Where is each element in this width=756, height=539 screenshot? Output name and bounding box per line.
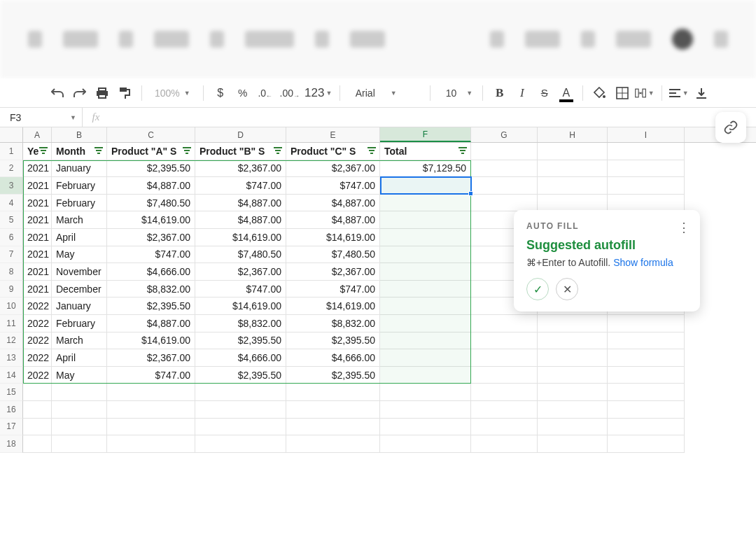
cell[interactable]: $14,619.00	[107, 332, 195, 350]
cell[interactable]	[471, 177, 538, 195]
cell[interactable]: January	[52, 160, 107, 178]
row-header[interactable]: 4	[0, 195, 23, 212]
row-header[interactable]: 10	[0, 298, 23, 315]
cell[interactable]	[538, 435, 608, 453]
cell[interactable]: $2,395.50	[195, 367, 286, 384]
cell[interactable]: 2021	[23, 211, 52, 229]
cell[interactable]	[380, 367, 471, 384]
cell[interactable]: $4,887.00	[286, 211, 380, 229]
text-color-button[interactable]: A	[557, 83, 575, 103]
cell[interactable]: $14,619.00	[195, 298, 286, 315]
cell[interactable]	[380, 332, 471, 350]
cell[interactable]: 2022	[23, 298, 52, 315]
cell[interactable]	[471, 349, 538, 367]
cell[interactable]: $2,367.00	[286, 263, 380, 281]
cell[interactable]	[286, 419, 380, 436]
row-header[interactable]: 18	[0, 435, 23, 453]
cell[interactable]: February	[52, 177, 107, 195]
col-header-G[interactable]: G	[471, 127, 538, 142]
cell[interactable]	[471, 367, 538, 384]
strikethrough-button[interactable]: S	[535, 83, 554, 103]
cell[interactable]: $2,395.50	[286, 367, 380, 384]
cell[interactable]: February	[52, 315, 107, 332]
cell[interactable]	[380, 281, 471, 298]
row-header[interactable]: 3	[0, 177, 23, 195]
cell[interactable]: $747.00	[195, 177, 286, 195]
cell[interactable]	[538, 160, 608, 178]
cell[interactable]	[538, 177, 608, 195]
cell[interactable]	[538, 401, 608, 419]
cell[interactable]: $2,395.50	[195, 332, 286, 350]
format-currency-button[interactable]: $	[211, 83, 230, 103]
cell[interactable]: April	[52, 229, 107, 246]
cell[interactable]	[380, 229, 471, 246]
filter-icon[interactable]	[94, 146, 104, 156]
select-all-corner[interactable]	[0, 127, 23, 142]
row-header[interactable]: 9	[0, 281, 23, 298]
header-cell[interactable]: Ye	[23, 143, 52, 160]
cell[interactable]: $14,619.00	[195, 229, 286, 246]
cell[interactable]	[286, 384, 380, 401]
cell[interactable]	[538, 367, 608, 384]
cell[interactable]: 2021	[23, 281, 52, 298]
cell[interactable]: $7,129.50	[380, 160, 471, 178]
cell[interactable]	[471, 401, 538, 419]
cell[interactable]: 2021	[23, 246, 52, 264]
insert-link-fab[interactable]	[715, 112, 746, 143]
cell[interactable]	[538, 384, 608, 401]
row-header[interactable]: 13	[0, 349, 23, 367]
cell[interactable]	[380, 435, 471, 453]
cell[interactable]: $2,395.50	[107, 298, 195, 315]
cell[interactable]: $2,367.00	[195, 160, 286, 178]
format-percent-button[interactable]: %	[233, 83, 253, 103]
col-header-F[interactable]: F	[380, 127, 471, 142]
cell[interactable]	[195, 401, 286, 419]
cell[interactable]	[538, 419, 608, 436]
filter-icon[interactable]	[367, 146, 377, 156]
cell[interactable]	[538, 332, 608, 350]
cell[interactable]: $4,666.00	[195, 349, 286, 367]
cell[interactable]: $747.00	[107, 246, 195, 264]
merge-cells-button[interactable]: ▼	[635, 83, 654, 103]
cell[interactable]: May	[52, 246, 107, 264]
cell[interactable]: 2021	[23, 229, 52, 246]
cell[interactable]	[52, 435, 107, 453]
cell[interactable]: $2,395.50	[107, 160, 195, 178]
cell[interactable]	[380, 298, 471, 315]
cell[interactable]	[471, 384, 538, 401]
col-header-D[interactable]: D	[195, 127, 286, 142]
cell[interactable]	[608, 349, 685, 367]
col-header-E[interactable]: E	[286, 127, 380, 142]
cell[interactable]	[471, 315, 538, 332]
cell[interactable]: 2022	[23, 367, 52, 384]
cell[interactable]: $4,887.00	[195, 211, 286, 229]
cell[interactable]	[52, 401, 107, 419]
row-header[interactable]: 17	[0, 419, 23, 436]
print-button[interactable]	[92, 83, 112, 103]
show-formula-link[interactable]: Show formula	[613, 257, 673, 268]
row-header[interactable]: 14	[0, 367, 23, 384]
cell[interactable]	[52, 384, 107, 401]
row-header[interactable]: 12	[0, 332, 23, 350]
cell[interactable]: $747.00	[286, 281, 380, 298]
row-header[interactable]: 11	[0, 315, 23, 332]
cell[interactable]	[380, 263, 471, 281]
header-cell[interactable]: Product "C" S	[286, 143, 380, 160]
formula-input[interactable]	[109, 108, 756, 127]
popup-more-icon[interactable]: ⋮	[678, 220, 690, 235]
cell[interactable]	[380, 211, 471, 229]
cell[interactable]	[538, 195, 608, 212]
cell[interactable]	[23, 435, 52, 453]
bold-button[interactable]: B	[490, 83, 510, 103]
cell[interactable]	[195, 384, 286, 401]
cell[interactable]	[23, 419, 52, 436]
cell[interactable]	[538, 315, 608, 332]
cell[interactable]	[380, 246, 471, 264]
vertical-align-button[interactable]	[692, 83, 711, 103]
cell[interactable]: March	[52, 332, 107, 350]
cell[interactable]: $2,367.00	[107, 349, 195, 367]
autofill-dismiss-button[interactable]: ✕	[556, 278, 578, 300]
cell[interactable]	[286, 401, 380, 419]
cell[interactable]: $747.00	[286, 177, 380, 195]
fill-color-button[interactable]	[590, 83, 610, 103]
